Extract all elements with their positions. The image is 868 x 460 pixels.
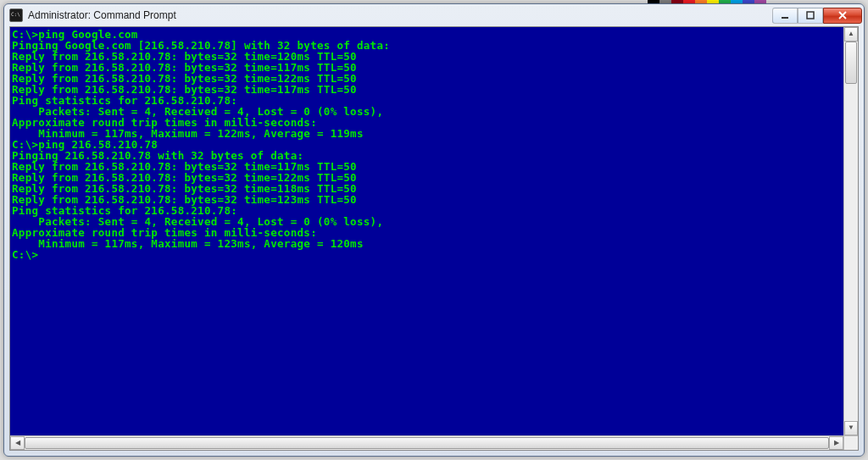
cmd-window: Administrator: Command Prompt C:\>ping G… — [3, 3, 865, 457]
horizontal-scrollbar[interactable]: ◀ ▶ — [10, 435, 858, 450]
vscroll-thumb[interactable] — [845, 42, 857, 84]
scroll-down-arrow-icon[interactable]: ▼ — [844, 421, 858, 435]
svg-rect-1 — [807, 12, 814, 19]
hscroll-track[interactable] — [25, 436, 829, 450]
client-area: C:\>ping Google.comPinging Google.com [2… — [9, 26, 859, 451]
close-button[interactable] — [823, 8, 862, 24]
vertical-scrollbar[interactable]: ▲ ▼ — [843, 27, 858, 435]
minimize-icon — [780, 11, 790, 19]
cmd-icon — [9, 8, 23, 22]
titlebar[interactable]: Administrator: Command Prompt — [4, 4, 864, 26]
terminal-line: C:\> — [12, 249, 843, 260]
scrollbar-corner — [843, 436, 858, 450]
terminal-line: Minimum = 117ms, Maximum = 123ms, Averag… — [12, 238, 843, 249]
vscroll-track[interactable] — [844, 42, 858, 421]
terminal[interactable]: C:\>ping Google.comPinging Google.com [2… — [10, 27, 843, 435]
svg-rect-0 — [782, 17, 788, 19]
close-icon — [837, 10, 848, 20]
window-title: Administrator: Command Prompt — [28, 9, 772, 21]
maximize-icon — [805, 11, 815, 19]
scroll-up-arrow-icon[interactable]: ▲ — [844, 27, 858, 42]
terminal-wrap: C:\>ping Google.comPinging Google.com [2… — [10, 27, 858, 435]
scroll-left-arrow-icon[interactable]: ◀ — [10, 436, 25, 450]
minimize-button[interactable] — [772, 8, 798, 24]
maximize-button[interactable] — [798, 8, 823, 24]
hscroll-thumb[interactable] — [25, 437, 829, 449]
window-controls — [772, 8, 862, 24]
scroll-right-arrow-icon[interactable]: ▶ — [829, 436, 843, 450]
